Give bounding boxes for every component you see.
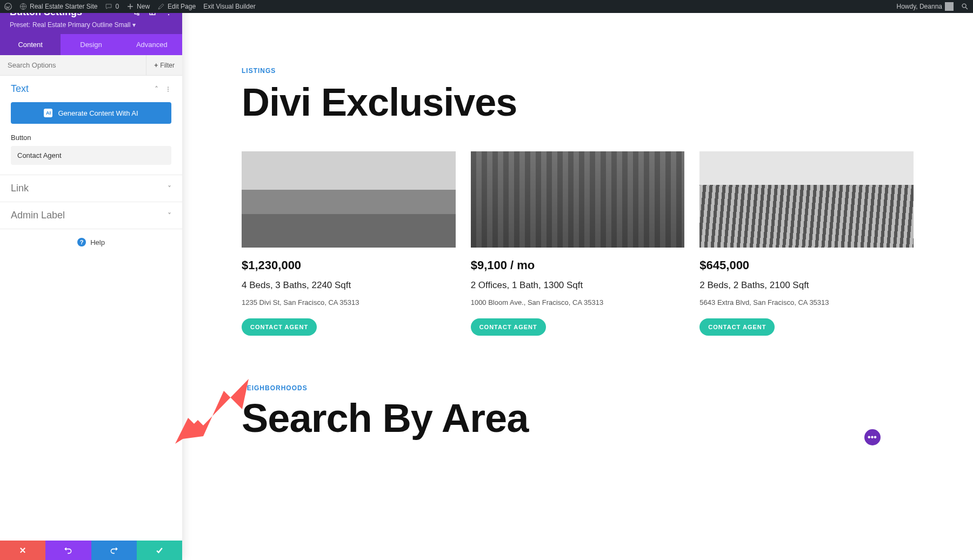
site-name-link[interactable]: Real Estate Starter Site xyxy=(19,3,97,10)
wp-admin-bar: Real Estate Starter Site 0 New Edit Page… xyxy=(0,0,973,13)
home-icon xyxy=(19,3,27,10)
search-icon xyxy=(961,3,969,10)
wordpress-icon xyxy=(4,3,12,10)
new-label: New xyxy=(137,3,150,10)
comments-count: 0 xyxy=(115,3,119,10)
comments-link[interactable]: 0 xyxy=(105,3,119,10)
svg-point-2 xyxy=(962,4,966,8)
wp-logo[interactable] xyxy=(4,3,12,10)
edit-page-link[interactable]: Edit Page xyxy=(157,3,196,10)
exit-builder-label: Exit Visual Builder xyxy=(203,3,256,10)
howdy-user[interactable]: Howdy, Deanna xyxy=(897,2,954,11)
site-name-text: Real Estate Starter Site xyxy=(30,3,97,10)
edit-page-label: Edit Page xyxy=(168,3,196,10)
svg-point-0 xyxy=(5,3,12,10)
pencil-icon xyxy=(157,3,165,10)
comment-icon xyxy=(105,3,112,10)
avatar xyxy=(945,2,954,11)
search-toggle[interactable] xyxy=(961,3,969,10)
plus-icon xyxy=(126,3,134,10)
new-link[interactable]: New xyxy=(126,3,150,10)
howdy-text: Howdy, Deanna xyxy=(897,3,943,10)
exit-builder-link[interactable]: Exit Visual Builder xyxy=(203,3,256,10)
